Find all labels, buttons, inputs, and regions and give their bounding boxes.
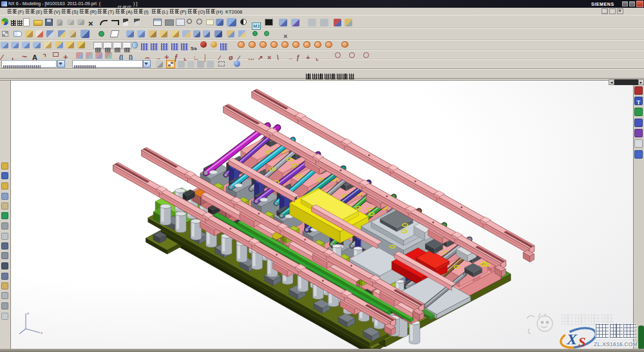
svg-text:z: z [27, 311, 29, 315]
svg-text:S: S [578, 335, 586, 350]
svg-text:x: x [41, 331, 43, 335]
svg-text:X: X [566, 331, 578, 347]
